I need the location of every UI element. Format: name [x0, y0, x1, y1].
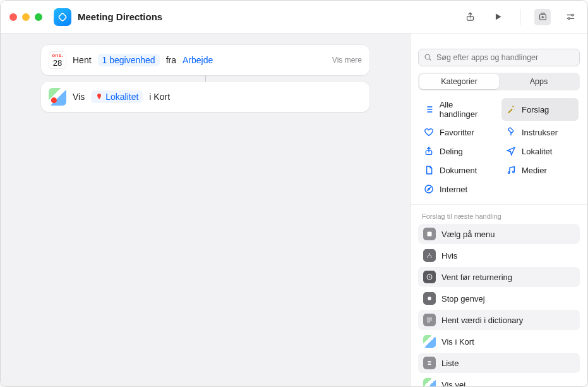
- category-documents[interactable]: Dokument: [419, 163, 496, 178]
- shortcut-app-icon: [54, 8, 71, 26]
- document-icon: [423, 164, 435, 176]
- category-scripting[interactable]: Instrukser: [501, 125, 579, 140]
- action-text: i Kort: [149, 92, 170, 102]
- suggestion-get-dictionary-value[interactable]: Hent værdi i dictionary: [418, 310, 580, 330]
- share-icon: [423, 145, 435, 157]
- wand-icon: [505, 104, 517, 115]
- svg-point-10: [425, 185, 433, 193]
- zoom-window[interactable]: [35, 13, 42, 21]
- suggestion-show-in-maps[interactable]: Vis i Kort: [418, 331, 580, 352]
- action-connector: [205, 75, 206, 82]
- shortcut-title: Meeting Directions: [78, 11, 162, 22]
- action-get-calendar-events[interactable]: ons. 28 Hent 1 begivenhed fra Arbejde Vi…: [41, 45, 369, 75]
- suggestion-if[interactable]: Hvis: [418, 245, 580, 266]
- suggestion-list[interactable]: Liste: [418, 353, 580, 373]
- action-text: Vis: [73, 92, 85, 102]
- category-media[interactable]: Medier: [501, 163, 579, 178]
- category-web[interactable]: Internet: [419, 181, 496, 197]
- list-icon: [423, 357, 436, 369]
- svg-point-4: [568, 18, 570, 20]
- clock-arrow-icon: [423, 271, 436, 283]
- svg-rect-11: [428, 232, 432, 236]
- search-field[interactable]: [418, 49, 580, 66]
- tab-categories[interactable]: Kategorier: [419, 74, 499, 89]
- svg-rect-0: [58, 13, 66, 21]
- svg-point-8: [508, 172, 510, 174]
- share-button[interactable]: [462, 9, 478, 25]
- event-count-token[interactable]: 1 begivenhed: [98, 54, 160, 66]
- svg-point-5: [425, 54, 430, 59]
- minimize-window[interactable]: [22, 13, 30, 21]
- window-controls: [9, 13, 42, 21]
- run-button[interactable]: [489, 9, 506, 25]
- location-variable-token[interactable]: Lokalitet: [91, 90, 143, 103]
- action-show-in-maps[interactable]: Vis Lokalitet i Kort: [41, 82, 369, 112]
- show-more-button[interactable]: Vis mere: [332, 56, 362, 64]
- tab-apps[interactable]: Apps: [499, 74, 579, 89]
- suggestions-list: Vælg på menu Hvis Vent før returnering S…: [411, 224, 587, 386]
- calendar-name-token[interactable]: Arbejde: [183, 55, 213, 65]
- titlebar: Meeting Directions: [1, 1, 587, 34]
- suggestion-stop-shortcut[interactable]: Stop genvej: [418, 288, 580, 309]
- heart-icon: [423, 126, 435, 138]
- music-icon: [505, 164, 517, 176]
- maps-icon: [423, 335, 436, 348]
- svg-point-3: [571, 14, 573, 16]
- svg-rect-13: [428, 297, 431, 300]
- dictionary-icon: [423, 314, 436, 326]
- category-sharing[interactable]: Deling: [419, 144, 496, 159]
- branch-icon: [423, 249, 436, 262]
- library-tabs: Kategorier Apps: [418, 73, 580, 90]
- category-suggestions[interactable]: Forslag: [501, 98, 579, 121]
- suggestions-header: Forslag til næste handling: [411, 205, 587, 224]
- toolbar-divider: [520, 9, 520, 25]
- maps-icon: [49, 88, 66, 106]
- action-text: Hent: [73, 55, 92, 65]
- action-text: fra: [166, 55, 176, 65]
- location-icon: [505, 145, 517, 157]
- svg-point-9: [513, 171, 515, 173]
- calendar-icon: ons. 28: [49, 51, 66, 69]
- library-toggle[interactable]: [534, 9, 551, 25]
- category-location[interactable]: Lokalitet: [501, 144, 579, 159]
- category-all-actions[interactable]: Alle handlinger: [419, 98, 496, 121]
- search-icon: [423, 52, 433, 62]
- scripting-icon: [505, 126, 517, 138]
- shortcut-canvas[interactable]: ons. 28 Hent 1 begivenhed fra Arbejde Vi…: [1, 34, 410, 386]
- action-library-sidebar: Kategorier Apps Alle handlinger Forslag …: [410, 34, 587, 386]
- maps-icon: [423, 378, 436, 386]
- suggestion-wait-to-return[interactable]: Vent før returnering: [418, 267, 580, 287]
- close-window[interactable]: [9, 13, 17, 21]
- stop-icon: [423, 292, 436, 305]
- suggestion-choose-from-menu[interactable]: Vælg på menu: [418, 224, 580, 244]
- settings-toggle[interactable]: [562, 9, 579, 25]
- category-favorites[interactable]: Favoritter: [419, 125, 496, 140]
- search-input[interactable]: [418, 49, 580, 66]
- menu-icon: [423, 228, 436, 240]
- list-icon: [423, 104, 435, 115]
- safari-icon: [423, 183, 435, 195]
- suggestion-show-directions[interactable]: Vis vej: [418, 374, 580, 386]
